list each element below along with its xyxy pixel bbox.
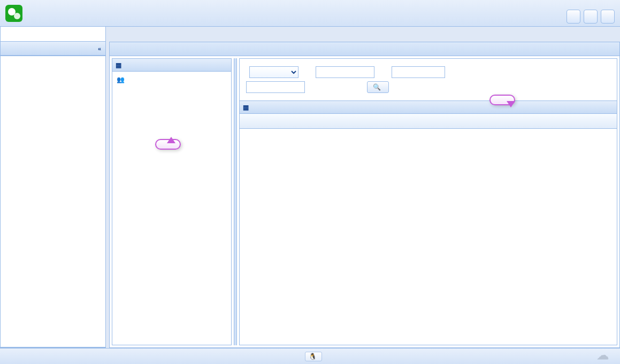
content-panel: ▦ 👥	[109, 42, 620, 348]
user-button[interactable]	[601, 10, 615, 24]
grid-icon: ▦	[243, 104, 249, 111]
help-button[interactable]	[584, 10, 598, 24]
footer: 🐧 ☁	[0, 348, 620, 364]
nav-header: «	[1, 42, 105, 56]
search-form: 🔍	[240, 59, 617, 101]
app-header	[0, 0, 620, 27]
header-buttons	[567, 10, 615, 24]
type-select[interactable]	[249, 66, 298, 78]
collapse-icon[interactable]: «	[98, 45, 101, 52]
grid-icon: ▦	[116, 61, 121, 69]
penguin-icon: 🐧	[309, 353, 317, 360]
tab-strip	[110, 42, 619, 56]
code-input[interactable]	[392, 66, 445, 78]
name-input[interactable]	[316, 66, 374, 78]
callout-grid	[489, 95, 515, 105]
greeting-bar	[0, 27, 106, 42]
nav-spacer	[1, 56, 105, 347]
right-panel: 🔍 ▦	[239, 58, 617, 345]
grid	[240, 129, 617, 345]
callout-tree	[155, 139, 181, 150]
grid-panel-header: ▦	[240, 101, 617, 114]
qq-button[interactable]: 🐧	[305, 352, 322, 361]
search-icon: 🔍	[373, 83, 381, 91]
resp-input[interactable]	[246, 81, 305, 93]
watermark: ☁	[597, 348, 610, 362]
tree-body: 👥	[112, 72, 231, 345]
tree-panel: ▦ 👥	[112, 58, 232, 345]
tree-panel-header: ▦	[112, 59, 231, 72]
people-icon: 👥	[117, 76, 125, 83]
tools-button[interactable]	[567, 10, 580, 24]
nav-panel: «	[0, 42, 106, 348]
splitter[interactable]	[234, 58, 237, 345]
grid-toolbar	[240, 114, 617, 129]
search-button[interactable]: 🔍	[367, 81, 389, 93]
tree-root[interactable]: 👥	[114, 74, 229, 86]
wechat-logo-icon	[5, 5, 22, 22]
